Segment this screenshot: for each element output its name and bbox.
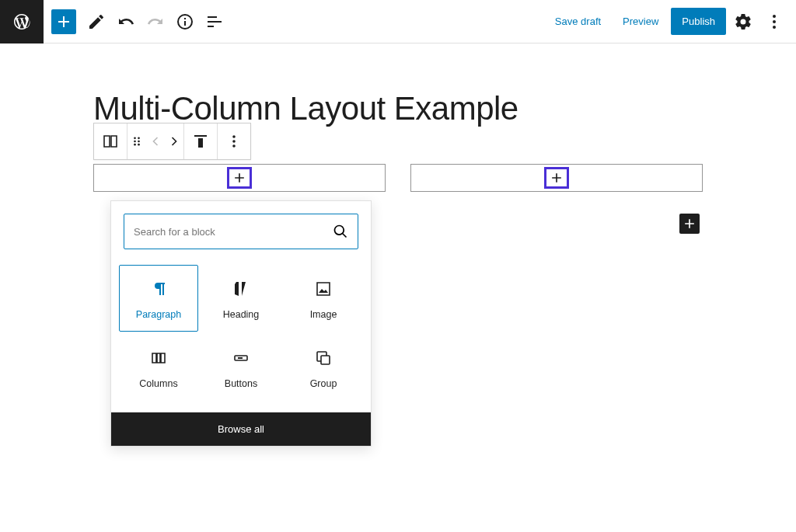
inserter-item-label: Group [310, 378, 337, 389]
info-icon [176, 12, 194, 31]
drag-handle[interactable] [127, 123, 146, 159]
editor-topbar: Save draft Preview Publish [0, 0, 796, 43]
buttons-icon [232, 349, 250, 367]
plus-icon [232, 170, 247, 186]
edit-icon [87, 12, 106, 31]
wp-logo-home[interactable] [0, 0, 44, 43]
image-icon [314, 280, 333, 298]
column-1[interactable] [93, 164, 386, 192]
group-icon [314, 349, 333, 367]
inserter-item-image[interactable]: Image [284, 265, 363, 332]
details-button[interactable] [171, 8, 199, 36]
add-block-after[interactable] [679, 214, 700, 234]
align-icon [191, 132, 210, 151]
chevron-right-icon [166, 134, 182, 149]
block-more-options[interactable] [218, 123, 250, 159]
inserter-item-paragraph[interactable]: Paragraph [119, 265, 198, 332]
more-vertical-icon [225, 132, 243, 151]
inserter-item-label: Heading [223, 309, 260, 320]
column-2-add-block[interactable] [544, 167, 569, 189]
svg-point-8 [138, 144, 140, 146]
svg-point-11 [232, 144, 236, 148]
list-view-icon [205, 12, 224, 31]
inserter-item-label: Buttons [225, 378, 257, 389]
gear-icon [734, 12, 752, 31]
inserter-search-input[interactable] [134, 226, 333, 238]
editor-canvas: Multi-Column Layout Example [0, 43, 796, 127]
svg-rect-15 [321, 356, 330, 364]
outline-button[interactable] [201, 8, 229, 36]
svg-point-1 [773, 20, 776, 23]
svg-point-9 [232, 135, 236, 138]
preview-button[interactable]: Preview [613, 9, 668, 33]
svg-point-4 [138, 137, 140, 140]
drag-icon [129, 134, 145, 149]
browse-all-button[interactable]: Browse all [111, 412, 371, 446]
block-type-columns-button[interactable] [94, 123, 127, 159]
search-icon [333, 224, 348, 239]
post-title[interactable]: Multi-Column Layout Example [93, 90, 703, 127]
inserter-item-label: Image [310, 309, 337, 320]
wordpress-icon [12, 12, 31, 31]
svg-point-10 [232, 140, 236, 143]
plus-icon [54, 12, 73, 31]
inserter-search[interactable] [124, 214, 358, 249]
svg-point-2 [773, 26, 776, 29]
more-options-button[interactable] [760, 8, 788, 36]
column-2[interactable] [410, 164, 703, 192]
move-down-button[interactable] [165, 123, 183, 159]
save-draft-button[interactable]: Save draft [546, 9, 610, 33]
plus-icon [549, 170, 564, 186]
svg-point-0 [773, 15, 776, 18]
plus-icon [682, 216, 697, 231]
publish-button[interactable]: Publish [671, 8, 726, 35]
inserter-item-label: Columns [139, 378, 177, 389]
block-toolbar [93, 123, 251, 160]
topbar-right-tools: Save draft Preview Publish [546, 8, 796, 36]
inserter-item-group[interactable]: Group [284, 335, 363, 400]
columns-block[interactable] [93, 164, 703, 192]
svg-rect-13 [238, 357, 243, 359]
heading-icon [232, 280, 250, 298]
inserter-item-buttons[interactable]: Buttons [201, 335, 281, 400]
undo-icon [117, 12, 135, 31]
paragraph-icon [149, 280, 168, 298]
inserter-item-heading[interactable]: Heading [201, 265, 281, 332]
topbar-left-tools [44, 8, 229, 36]
svg-point-6 [138, 141, 140, 143]
inserter-item-label: Paragraph [136, 309, 181, 320]
svg-point-7 [134, 144, 136, 146]
more-vertical-icon [765, 12, 784, 31]
redo-button[interactable] [141, 8, 169, 36]
settings-button[interactable] [729, 8, 757, 36]
inserter-grid: Paragraph Heading Image Columns Buttons … [111, 262, 371, 412]
quick-inserter: Paragraph Heading Image Columns Buttons … [110, 200, 372, 447]
undo-button[interactable] [112, 8, 140, 36]
svg-point-3 [134, 137, 136, 140]
columns-icon [101, 132, 120, 151]
columns-icon [149, 349, 168, 367]
inserter-item-columns[interactable]: Columns [119, 335, 198, 400]
block-inserter-toggle[interactable] [51, 9, 76, 34]
column-1-add-block[interactable] [227, 167, 252, 189]
chevron-left-icon [148, 134, 163, 149]
align-button[interactable] [184, 123, 217, 159]
tools-button[interactable] [82, 8, 110, 36]
redo-icon [146, 12, 165, 31]
svg-point-5 [134, 141, 136, 143]
move-up-button[interactable] [146, 123, 165, 159]
